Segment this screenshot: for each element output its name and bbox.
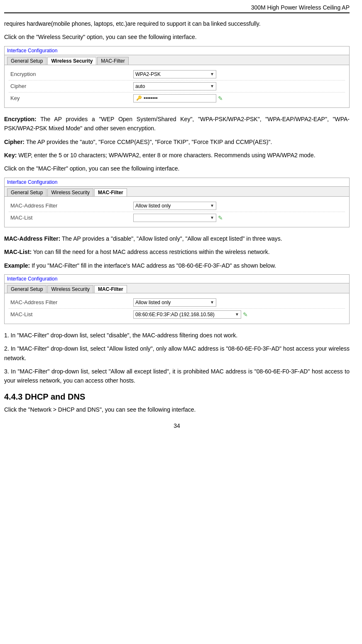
select-cipher[interactable]: auto ▼: [133, 82, 216, 90]
interface-body-2: MAC-Address Filter Allow listed only ▼ M…: [5, 197, 349, 227]
select-mac-filter-arrow: ▼: [210, 203, 214, 208]
select-mac-filter-arrow-3: ▼: [210, 300, 214, 305]
tab-wireless-security-2[interactable]: Wireless Security: [47, 188, 93, 196]
encryption-label: Encryption:: [4, 116, 37, 122]
control-cipher: auto ▼: [133, 82, 216, 90]
select-cipher-arrow: ▼: [210, 84, 214, 88]
note-3-text: 3. In "MAC-Filter" drop-down list, selec…: [4, 368, 350, 384]
mac-list-edit-icon[interactable]: ✎: [218, 215, 223, 221]
label-cipher: Cipher: [9, 83, 133, 89]
interface-title-2: Interface Configuration: [5, 178, 349, 187]
mac-address-filter-desc: MAC-Address Filter: The AP provides a "d…: [4, 234, 350, 243]
tab-wireless-security-1[interactable]: Wireless Security: [47, 57, 96, 65]
interface-tabs-1: General Setup Wireless Security MAC-Filt…: [5, 55, 349, 65]
form-row-mac-address-filter: MAC-Address Filter Allow listed only ▼: [9, 200, 345, 212]
encryption-desc: Encryption: The AP provides a "WEP Open …: [4, 115, 350, 133]
tab-wireless-security-3[interactable]: Wireless Security: [47, 285, 93, 293]
interface-title-1: Interface Configuration: [5, 46, 349, 55]
mac-list-desc: MAC-List: Yon can fill the need for a ho…: [4, 247, 350, 256]
example-label: Example:: [4, 262, 30, 269]
page-number: 34: [4, 422, 350, 429]
interface-body-1: Encryption WPA2-PSK ▼ Cipher auto ▼ Key: [5, 65, 349, 107]
form-row-key: Key 🔑 •••••••• ✎: [9, 93, 345, 104]
select-mac-list-3[interactable]: 08:60:6E:F0:3F:AD (192.168.10.58) ▼: [133, 310, 241, 319]
control-encryption: WPA2-PSK ▼: [133, 70, 216, 78]
control-mac-list-3: 08:60:6E:F0:3F:AD (192.168.10.58) ▼ ✎: [133, 310, 248, 319]
header-title: 300M High Power Wireless Ceiling AP: [251, 4, 350, 11]
cipher-desc: Cipher: The AP provides the "auto", "For…: [4, 137, 350, 146]
key-label: Key:: [4, 152, 17, 159]
intro-para2: Click on the "Wireless Security" option,…: [4, 32, 350, 41]
note-2-text: 2. In "MAC-Filter" drop-down list, selec…: [4, 345, 350, 361]
select-mac-filter-value-3: Allow listed only: [135, 300, 171, 305]
label-key: Key: [9, 95, 133, 101]
form-row-mac-address-filter-3: MAC-Address Filter Allow listed only ▼: [9, 297, 345, 309]
select-mac-list-arrow: ▼: [210, 215, 214, 220]
interface-tabs-2: General Setup Wireless Security MAC-Filt…: [5, 187, 349, 197]
label-mac-address-filter-3: MAC-Address Filter: [9, 299, 133, 305]
select-mac-list[interactable]: ▼: [133, 214, 216, 222]
form-row-encryption: Encryption WPA2-PSK ▼: [9, 68, 345, 80]
select-cipher-value: auto: [135, 83, 145, 89]
label-mac-list: MAC-List: [9, 215, 133, 221]
interface-title-3: Interface Configuration: [5, 275, 349, 283]
tab-mac-filter-3[interactable]: MAC-Filter: [94, 285, 127, 293]
control-mac-list: ▼ ✎: [133, 214, 223, 222]
key-edit-icon[interactable]: ✎: [218, 95, 223, 102]
control-key: 🔑 •••••••• ✎: [133, 94, 223, 102]
page-header: 300M High Power Wireless Ceiling AP: [4, 4, 350, 13]
key-value: ••••••••: [144, 95, 158, 101]
example-desc: Example: If you "MAC-Filter" fill in the…: [4, 261, 350, 270]
key-desc: Key: WEP, enter the 5 or 10 characters; …: [4, 151, 350, 160]
tab-mac-filter-2[interactable]: MAC-Filter: [94, 188, 127, 196]
note-1: 1. In "MAC-Filter" drop-down list, selec…: [4, 331, 350, 340]
select-mac-address-filter[interactable]: Allow listed only ▼: [133, 202, 216, 210]
key-text: WEP, enter the 5 or 10 characters; WPA/W…: [18, 152, 315, 159]
tab-mac-filter-1[interactable]: MAC-Filter: [97, 57, 128, 65]
cipher-label: Cipher:: [4, 139, 24, 145]
select-mac-list-arrow-3: ▼: [235, 312, 239, 317]
intro-para1: requires hardware(mobile phones, laptops…: [4, 19, 350, 28]
note-1-text: 1. In "MAC-Filter" drop-down list, selec…: [4, 332, 237, 339]
mac-address-filter-text: The AP provides a "disable", "Allow list…: [62, 235, 282, 242]
interface-box-2: Interface Configuration General Setup Wi…: [4, 178, 350, 227]
mac-address-filter-label: MAC-Address Filter:: [4, 235, 60, 242]
select-mac-list-value: [135, 215, 137, 221]
control-mac-address-filter: Allow listed only ▼: [133, 202, 216, 210]
control-mac-address-filter-3: Allow listed only ▼: [133, 298, 216, 307]
key-input[interactable]: 🔑 ••••••••: [133, 94, 216, 102]
form-row-cipher: Cipher auto ▼: [9, 80, 345, 93]
example-text: If you "MAC-Filter" fill in the interfac…: [32, 262, 276, 269]
select-mac-filter-value: Allow listed only: [135, 203, 171, 209]
encryption-text: The AP provides a "WEP Open System/Share…: [4, 116, 350, 132]
mac-list-edit-icon-3[interactable]: ✎: [243, 311, 248, 318]
tab-general-setup-3[interactable]: General Setup: [7, 285, 46, 293]
label-encryption: Encryption: [9, 71, 133, 77]
form-row-mac-list-3: MAC-List 08:60:6E:F0:3F:AD (192.168.10.5…: [9, 309, 345, 320]
form-row-mac-list: MAC-List ▼ ✎: [9, 212, 345, 224]
select-encryption-value: WPA2-PSK: [135, 71, 161, 77]
select-encryption[interactable]: WPA2-PSK ▼: [133, 70, 216, 78]
mac-list-label: MAC-List:: [4, 249, 32, 255]
interface-box-3: Interface Configuration General Setup Wi…: [4, 274, 350, 324]
select-mac-list-value-3: 08:60:6E:F0:3F:AD (192.168.10.58): [135, 312, 215, 317]
select-mac-address-filter-3[interactable]: Allow listed only ▼: [133, 298, 216, 307]
label-mac-address-filter: MAC-Address Filter: [9, 202, 133, 209]
tab-general-setup-1[interactable]: General Setup: [7, 57, 46, 65]
note-2: 2. In "MAC-Filter" drop-down list, selec…: [4, 344, 350, 363]
mac-filter-intro: Click on the "MAC-Filter" option, you ca…: [4, 164, 350, 173]
cipher-text: The AP provides the "auto", "Force CCMP(…: [26, 139, 272, 145]
label-mac-list-3: MAC-List: [9, 311, 133, 317]
section-heading-443: 4.4.3 DHCP and DNS: [4, 392, 350, 402]
mac-list-text: Yon can fill the need for a host MAC add…: [33, 249, 270, 255]
note-3: 3. In "MAC-Filter" drop-down list, selec…: [4, 367, 350, 385]
section-443-text: Click the "Network > DHCP and DNS", you …: [4, 405, 350, 414]
interface-tabs-3: General Setup Wireless Security MAC-Filt…: [5, 283, 349, 293]
interface-body-3: MAC-Address Filter Allow listed only ▼ M…: [5, 293, 349, 324]
tab-general-setup-2[interactable]: General Setup: [7, 188, 46, 196]
interface-box-1: Interface Configuration General Setup Wi…: [4, 46, 350, 108]
key-icon: 🔑: [136, 95, 142, 101]
select-encryption-arrow: ▼: [210, 72, 214, 76]
